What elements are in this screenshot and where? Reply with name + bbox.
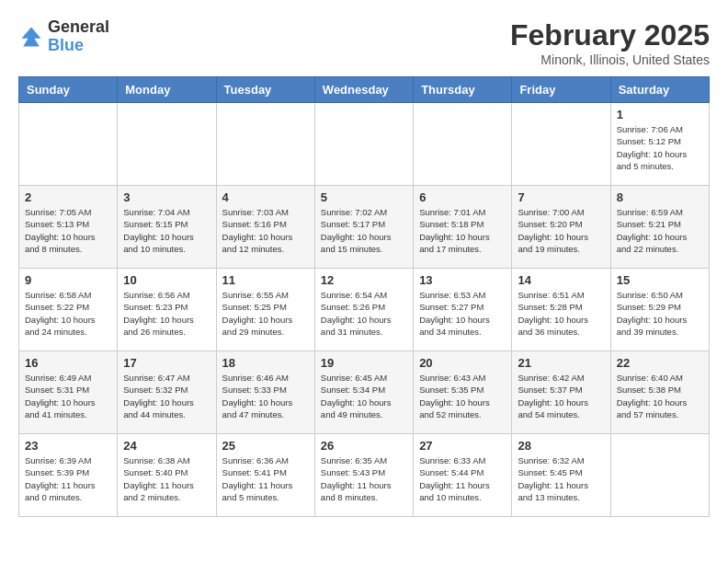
day-number: 27: [419, 439, 506, 453]
day-info: Sunrise: 6:36 AM Sunset: 5:41 PM Dayligh…: [222, 454, 309, 503]
day-info: Sunrise: 7:03 AM Sunset: 5:16 PM Dayligh…: [222, 206, 309, 255]
day-cell: 28Sunrise: 6:32 AM Sunset: 5:45 PM Dayli…: [512, 434, 610, 517]
day-cell: 24Sunrise: 6:38 AM Sunset: 5:40 PM Dayli…: [118, 434, 216, 517]
day-number: 6: [419, 190, 506, 204]
calendar: SundayMondayTuesdayWednesdayThursdayFrid…: [18, 76, 710, 517]
day-number: 19: [321, 356, 407, 370]
weekday-header-wednesday: Wednesday: [314, 77, 413, 103]
location: Minonk, Illinois, United States: [510, 52, 710, 67]
logo: General Blue: [18, 18, 109, 55]
day-info: Sunrise: 6:43 AM Sunset: 5:35 PM Dayligh…: [419, 372, 506, 420]
day-cell: 6Sunrise: 7:01 AM Sunset: 5:18 PM Daylig…: [414, 186, 512, 269]
day-info: Sunrise: 6:32 AM Sunset: 5:45 PM Dayligh…: [518, 454, 604, 503]
weekday-header-sunday: Sunday: [19, 77, 118, 103]
day-cell: 8Sunrise: 6:59 AM Sunset: 5:21 PM Daylig…: [610, 186, 709, 269]
day-cell: 26Sunrise: 6:35 AM Sunset: 5:43 PM Dayli…: [314, 434, 413, 517]
day-number: 5: [321, 190, 407, 204]
week-row-0: 1Sunrise: 7:06 AM Sunset: 5:12 PM Daylig…: [19, 103, 710, 186]
day-cell: 4Sunrise: 7:03 AM Sunset: 5:16 PM Daylig…: [216, 186, 314, 269]
day-number: 15: [617, 273, 703, 287]
day-cell: 27Sunrise: 6:33 AM Sunset: 5:44 PM Dayli…: [414, 434, 512, 517]
day-cell: 19Sunrise: 6:45 AM Sunset: 5:34 PM Dayli…: [314, 351, 413, 434]
day-cell: 11Sunrise: 6:55 AM Sunset: 5:25 PM Dayli…: [216, 269, 314, 351]
day-number: 17: [123, 356, 210, 370]
day-info: Sunrise: 7:04 AM Sunset: 5:15 PM Dayligh…: [123, 206, 210, 255]
weekday-header-saturday: Saturday: [610, 77, 709, 103]
day-cell: 10Sunrise: 6:56 AM Sunset: 5:23 PM Dayli…: [118, 269, 216, 351]
day-cell: [314, 103, 413, 186]
day-info: Sunrise: 6:38 AM Sunset: 5:40 PM Dayligh…: [123, 454, 210, 503]
week-row-1: 2Sunrise: 7:05 AM Sunset: 5:13 PM Daylig…: [19, 186, 710, 269]
day-cell: [414, 103, 512, 186]
day-info: Sunrise: 6:42 AM Sunset: 5:37 PM Dayligh…: [518, 372, 604, 420]
day-info: Sunrise: 6:46 AM Sunset: 5:33 PM Dayligh…: [222, 372, 309, 420]
logo-icon: [18, 24, 44, 50]
logo-text: General Blue: [48, 18, 109, 55]
day-info: Sunrise: 6:55 AM Sunset: 5:25 PM Dayligh…: [222, 289, 309, 338]
day-cell: [512, 103, 610, 186]
day-number: 18: [222, 356, 309, 370]
day-info: Sunrise: 6:53 AM Sunset: 5:27 PM Dayligh…: [419, 289, 506, 338]
day-info: Sunrise: 6:51 AM Sunset: 5:28 PM Dayligh…: [518, 289, 604, 338]
day-info: Sunrise: 7:01 AM Sunset: 5:18 PM Dayligh…: [419, 206, 506, 255]
day-info: Sunrise: 7:00 AM Sunset: 5:20 PM Dayligh…: [518, 206, 604, 255]
day-cell: [216, 103, 314, 186]
day-number: 12: [321, 273, 407, 287]
day-number: 16: [25, 356, 111, 370]
day-info: Sunrise: 7:02 AM Sunset: 5:17 PM Dayligh…: [321, 206, 407, 255]
day-cell: 18Sunrise: 6:46 AM Sunset: 5:33 PM Dayli…: [216, 351, 314, 434]
day-number: 23: [25, 439, 111, 453]
day-number: 8: [617, 190, 703, 204]
day-cell: 13Sunrise: 6:53 AM Sunset: 5:27 PM Dayli…: [414, 269, 512, 351]
day-cell: 1Sunrise: 7:06 AM Sunset: 5:12 PM Daylig…: [610, 103, 709, 186]
weekday-header-row: SundayMondayTuesdayWednesdayThursdayFrid…: [19, 77, 710, 103]
day-info: Sunrise: 6:47 AM Sunset: 5:32 PM Dayligh…: [123, 372, 210, 420]
day-cell: 9Sunrise: 6:58 AM Sunset: 5:22 PM Daylig…: [19, 269, 118, 351]
day-info: Sunrise: 6:54 AM Sunset: 5:26 PM Dayligh…: [321, 289, 407, 338]
header: General Blue February 2025 Minonk, Illin…: [18, 18, 710, 67]
weekday-header-tuesday: Tuesday: [216, 77, 314, 103]
day-cell: [118, 103, 216, 186]
day-number: 13: [419, 273, 506, 287]
logo-general: General: [48, 18, 109, 37]
day-cell: 22Sunrise: 6:40 AM Sunset: 5:38 PM Dayli…: [610, 351, 709, 434]
day-info: Sunrise: 6:56 AM Sunset: 5:23 PM Dayligh…: [123, 289, 210, 338]
day-cell: 25Sunrise: 6:36 AM Sunset: 5:41 PM Dayli…: [216, 434, 314, 517]
day-number: 2: [25, 190, 111, 204]
day-number: 11: [222, 273, 309, 287]
day-cell: 12Sunrise: 6:54 AM Sunset: 5:26 PM Dayli…: [314, 269, 413, 351]
week-row-4: 23Sunrise: 6:39 AM Sunset: 5:39 PM Dayli…: [19, 434, 710, 517]
day-info: Sunrise: 6:40 AM Sunset: 5:38 PM Dayligh…: [617, 372, 703, 420]
day-cell: 7Sunrise: 7:00 AM Sunset: 5:20 PM Daylig…: [512, 186, 610, 269]
day-cell: 20Sunrise: 6:43 AM Sunset: 5:35 PM Dayli…: [414, 351, 512, 434]
day-info: Sunrise: 7:06 AM Sunset: 5:12 PM Dayligh…: [617, 123, 703, 172]
week-row-2: 9Sunrise: 6:58 AM Sunset: 5:22 PM Daylig…: [19, 269, 710, 351]
day-number: 26: [321, 439, 407, 453]
logo-blue: Blue: [48, 37, 109, 55]
day-number: 20: [419, 356, 506, 370]
day-cell: 21Sunrise: 6:42 AM Sunset: 5:37 PM Dayli…: [512, 351, 610, 434]
day-number: 10: [123, 273, 210, 287]
day-cell: 23Sunrise: 6:39 AM Sunset: 5:39 PM Dayli…: [19, 434, 118, 517]
day-cell: 2Sunrise: 7:05 AM Sunset: 5:13 PM Daylig…: [19, 186, 118, 269]
weekday-header-monday: Monday: [118, 77, 216, 103]
day-number: 3: [123, 190, 210, 204]
weekday-header-friday: Friday: [512, 77, 610, 103]
day-number: 1: [617, 108, 703, 121]
day-info: Sunrise: 6:49 AM Sunset: 5:31 PM Dayligh…: [25, 372, 111, 420]
month-title: February 2025: [510, 18, 710, 52]
day-cell: 16Sunrise: 6:49 AM Sunset: 5:31 PM Dayli…: [19, 351, 118, 434]
title-area: February 2025 Minonk, Illinois, United S…: [510, 18, 710, 67]
day-number: 25: [222, 439, 309, 453]
day-cell: 3Sunrise: 7:04 AM Sunset: 5:15 PM Daylig…: [118, 186, 216, 269]
day-info: Sunrise: 6:58 AM Sunset: 5:22 PM Dayligh…: [25, 289, 111, 338]
day-number: 22: [617, 356, 703, 370]
day-number: 14: [518, 273, 604, 287]
day-number: 24: [123, 439, 210, 453]
day-cell: 14Sunrise: 6:51 AM Sunset: 5:28 PM Dayli…: [512, 269, 610, 351]
day-info: Sunrise: 6:35 AM Sunset: 5:43 PM Dayligh…: [321, 454, 407, 503]
day-info: Sunrise: 6:39 AM Sunset: 5:39 PM Dayligh…: [25, 454, 111, 503]
week-row-3: 16Sunrise: 6:49 AM Sunset: 5:31 PM Dayli…: [19, 351, 710, 434]
day-cell: 15Sunrise: 6:50 AM Sunset: 5:29 PM Dayli…: [610, 269, 709, 351]
day-info: Sunrise: 6:50 AM Sunset: 5:29 PM Dayligh…: [617, 289, 703, 338]
